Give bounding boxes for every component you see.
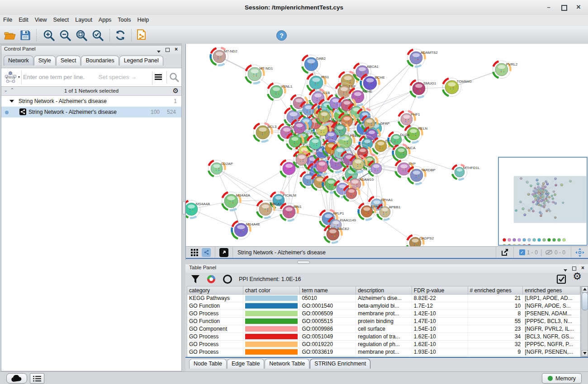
save-icon[interactable] xyxy=(19,29,32,42)
refresh-icon[interactable] xyxy=(114,29,127,42)
string-options-icon[interactable] xyxy=(152,71,164,85)
menu-file[interactable]: File xyxy=(0,15,15,23)
tab-legend-panel[interactable]: Legend Panel xyxy=(119,56,163,66)
splitter-grip[interactable] xyxy=(297,261,310,264)
memory-button[interactable]: Memory xyxy=(542,373,582,384)
network-node[interactable] xyxy=(350,156,367,173)
maximize-button[interactable] xyxy=(560,4,568,11)
select-all-checkbox-icon[interactable] xyxy=(556,274,566,284)
column-header-category[interactable]: category xyxy=(187,286,243,294)
table-vertical-scrollbar[interactable] xyxy=(581,286,588,357)
zoom-out-icon[interactable] xyxy=(59,29,71,42)
horizontal-splitter[interactable] xyxy=(185,260,588,264)
column-header-term-name[interactable]: term name xyxy=(300,286,356,294)
string-search-icon[interactable] xyxy=(166,71,181,84)
birdseye-view[interactable] xyxy=(498,157,588,246)
network-node[interactable]: MT-ND2 xyxy=(211,48,238,66)
task-list-button[interactable] xyxy=(30,373,44,384)
collapse-triangle-icon[interactable] xyxy=(9,100,14,103)
gear-icon[interactable]: ⚙ xyxy=(173,87,179,94)
close-button[interactable]: ✕ xyxy=(574,4,583,11)
zoom-fit-icon[interactable] xyxy=(75,29,88,42)
menu-apps[interactable]: Apps xyxy=(95,15,115,23)
network-node[interactable] xyxy=(314,158,331,175)
table-row[interactable]: GO ProcessGO:0051049regulation of tra...… xyxy=(187,333,580,341)
column-header-FDR-p-value[interactable]: FDR p-value xyxy=(412,286,468,294)
cloud-button[interactable] xyxy=(6,373,27,384)
network-node[interactable]: TOMM40 xyxy=(443,78,472,97)
network-node[interactable] xyxy=(294,151,310,168)
string-query-input[interactable]: Enter one term per line. xyxy=(23,74,85,80)
minimize-button[interactable]: – xyxy=(545,4,553,11)
table-row[interactable]: KEGG Pathways05010Alzheimer's dise...8.8… xyxy=(187,295,580,302)
share-view-icon[interactable] xyxy=(202,248,211,257)
network-node[interactable]: MS4A4E xyxy=(232,221,261,239)
network-node[interactable]: VSNL1 xyxy=(268,83,293,101)
tab-string-enrichment[interactable]: STRING Enrichment xyxy=(310,359,370,369)
network-node[interactable]: SNCA xyxy=(393,145,416,161)
vertical-splitter[interactable] xyxy=(182,44,185,371)
network-node[interactable] xyxy=(287,133,303,150)
network-node[interactable]: BIN1 xyxy=(280,203,302,221)
network-node[interactable]: CD2AP xyxy=(209,160,233,177)
network-node[interactable] xyxy=(307,136,324,152)
detach-view-icon[interactable] xyxy=(219,248,228,257)
birdseye-viewport[interactable] xyxy=(514,176,586,223)
grid-view-icon[interactable] xyxy=(190,248,199,257)
zoom-in-icon[interactable] xyxy=(43,29,55,42)
panel-menu-icon[interactable] xyxy=(564,267,567,272)
column-header--enriched-genes[interactable]: # enriched genes xyxy=(468,286,523,294)
menu-layout[interactable]: Layout xyxy=(72,15,95,23)
tab-style[interactable]: Style xyxy=(34,56,56,66)
splitter-grip[interactable] xyxy=(182,201,185,215)
table-row[interactable]: GO ProcessGO:0006509membrane prot...1.42… xyxy=(187,310,580,318)
menu-view[interactable]: View xyxy=(32,15,50,23)
tab-network[interactable]: Network xyxy=(4,56,33,66)
zoom-selected-icon[interactable] xyxy=(91,29,104,42)
network-node[interactable]: MS4A6A xyxy=(222,192,251,211)
table-row[interactable]: GO FunctionGO:0005515protein binding1.47… xyxy=(187,318,580,325)
table-row[interactable]: GO ProcessGO:0019220regulation of ph...1… xyxy=(187,341,580,348)
tab-select[interactable]: Select xyxy=(56,56,81,66)
close-panel-icon[interactable]: × xyxy=(175,46,178,52)
menu-select[interactable]: Select xyxy=(50,15,72,23)
network-node[interactable] xyxy=(362,116,378,131)
menu-edit[interactable]: Edit xyxy=(15,15,32,23)
table-row[interactable]: GO FunctionGO:0001540beta-amyloid bi...1… xyxy=(187,302,580,310)
network-node[interactable]: ABCA7 xyxy=(257,201,282,218)
network-node[interactable]: SMUG1 xyxy=(410,80,436,98)
network-document-icon[interactable] xyxy=(136,29,148,42)
filter-icon[interactable] xyxy=(191,274,200,284)
chart-donut-icon[interactable] xyxy=(206,274,216,284)
menu-tools[interactable]: Tools xyxy=(114,15,134,23)
panel-menu-icon[interactable] xyxy=(157,48,161,54)
string-logo-icon[interactable]: STRING xyxy=(3,70,21,84)
network-node[interactable]: PVRL2 xyxy=(493,61,518,79)
tab-network-table[interactable]: Network Table xyxy=(265,359,309,369)
network-canvas[interactable]: MT-ND2MT-ND1VSNL1GAB2IRS1CHATABCA1BCHETN… xyxy=(186,44,588,246)
network-node[interactable] xyxy=(316,108,333,125)
table-row[interactable]: GO ComponentGO:0009986cell surface1.54E-… xyxy=(187,325,580,333)
network-node[interactable]: MT-ND1 xyxy=(246,65,273,84)
network-collection-row[interactable]: String Network - Alzheimer's disease 1 xyxy=(1,96,181,107)
open-folder-icon[interactable] xyxy=(4,29,16,42)
tab-node-table[interactable]: Node Table xyxy=(189,359,227,369)
help-icon[interactable]: ? xyxy=(275,29,288,42)
network-node[interactable]: CADPS2 xyxy=(407,235,434,247)
scroll-down-arrow[interactable] xyxy=(582,350,588,356)
float-panel-icon[interactable] xyxy=(166,47,170,53)
export-network-icon[interactable] xyxy=(500,248,509,257)
table-row[interactable]: GO ProcessGO:0033619membrane prot...1.93… xyxy=(187,348,580,356)
network-node[interactable] xyxy=(291,120,308,136)
network-node[interactable] xyxy=(344,186,360,201)
scroll-up-arrow[interactable] xyxy=(582,286,588,293)
gear-icon[interactable]: ⚙ xyxy=(573,273,582,280)
column-header-chart-color[interactable]: chart color xyxy=(243,286,300,294)
scroll-thumb[interactable] xyxy=(582,292,588,310)
network-node[interactable]: MTHFD1L xyxy=(452,165,480,180)
tab-boundaries[interactable]: Boundaries xyxy=(81,56,119,66)
network-node[interactable] xyxy=(369,161,384,177)
ring-chart-icon[interactable] xyxy=(223,274,232,284)
close-panel-icon[interactable]: × xyxy=(581,265,584,271)
collapse-expand-icons[interactable]: ⌄ ⌃ xyxy=(4,87,15,93)
